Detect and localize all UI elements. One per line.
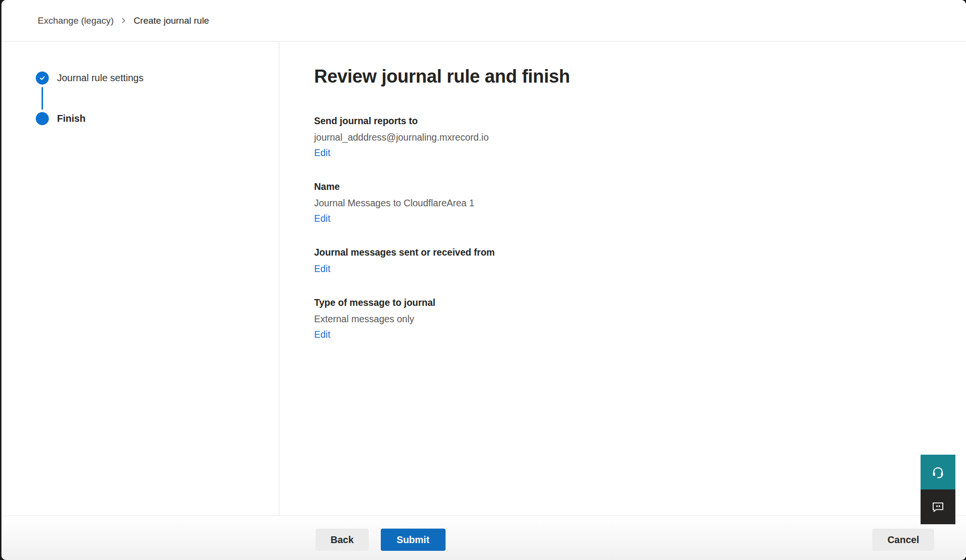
- wizard-step-finish[interactable]: Finish: [36, 112, 279, 125]
- wizard-step-label: Finish: [57, 113, 86, 124]
- app-window: Exchange (legacy) Create journal rule Jo…: [1, 0, 966, 560]
- section-label: Type of message to journal: [314, 296, 937, 309]
- review-panel: Review journal rule and finish Send jour…: [279, 42, 966, 516]
- breadcrumb-exchange-legacy[interactable]: Exchange (legacy): [38, 15, 114, 26]
- step-connector-line: [42, 87, 43, 110]
- breadcrumb: Exchange (legacy) Create journal rule: [1, 0, 966, 42]
- review-section-journal-messages-scope: Journal messages sent or received from E…: [314, 246, 937, 275]
- chat-icon: [931, 500, 945, 514]
- wizard-steps-panel: Journal rule settings Finish: [1, 42, 279, 516]
- edit-name-link[interactable]: Edit: [314, 212, 331, 225]
- edit-message-type-link[interactable]: Edit: [314, 328, 331, 341]
- feedback-button[interactable]: [921, 489, 955, 524]
- wizard-step-journal-rule-settings[interactable]: Journal rule settings: [36, 72, 279, 85]
- footer-right-buttons: Cancel: [872, 529, 934, 551]
- back-button[interactable]: Back: [316, 529, 369, 551]
- content-area: Journal rule settings Finish Review jour…: [1, 42, 966, 516]
- review-section-message-type: Type of message to journal External mess…: [314, 296, 937, 341]
- section-label: Send journal reports to: [314, 115, 937, 127]
- submit-button[interactable]: Submit: [381, 529, 446, 551]
- help-button[interactable]: [921, 455, 955, 489]
- footer-left-buttons: Back Submit: [316, 529, 446, 551]
- section-value: journal_adddress@journaling.mxrecord.io: [314, 131, 937, 144]
- section-value: External messages only: [314, 313, 937, 325]
- headset-icon: [931, 465, 945, 479]
- section-label: Name: [314, 180, 937, 193]
- wizard-step-label: Journal rule settings: [57, 72, 144, 84]
- edit-journal-messages-scope-link[interactable]: Edit: [314, 262, 331, 275]
- chevron-right-icon: [120, 17, 127, 24]
- cancel-button[interactable]: Cancel: [872, 529, 934, 551]
- footer-action-bar: Back Submit Cancel: [1, 516, 966, 560]
- section-value: Journal Messages to CloudflareArea 1: [314, 197, 937, 209]
- review-section-send-journal-reports-to: Send journal reports to journal_adddress…: [314, 115, 937, 159]
- step-completed-check-icon: [36, 72, 49, 85]
- review-section-name: Name Journal Messages to CloudflareArea …: [314, 180, 937, 225]
- breadcrumb-create-journal-rule: Create journal rule: [133, 15, 209, 26]
- section-label: Journal messages sent or received from: [314, 246, 937, 258]
- side-widgets: [921, 455, 955, 524]
- step-current-dot-icon: [36, 112, 49, 125]
- edit-send-journal-reports-link[interactable]: Edit: [314, 146, 331, 159]
- page-title: Review journal rule and finish: [314, 64, 937, 88]
